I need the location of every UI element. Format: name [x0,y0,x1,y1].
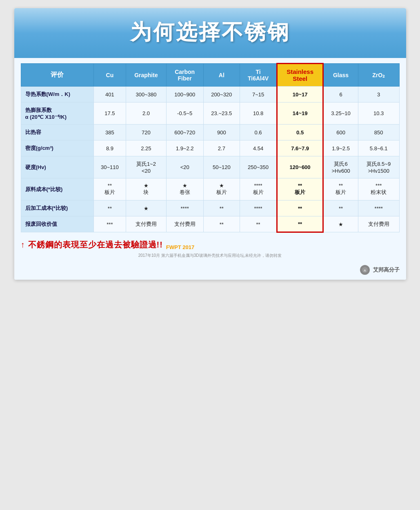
cell-zro2-postcost: **** [358,200,399,216]
svg-text:A: A [364,269,366,272]
cell-ti-postcost: **** [240,200,277,216]
org-name: 艾邦高分子 [373,266,400,274]
row-label-raw-cost: 原料成本(*比较) [21,178,93,200]
cell-cf-thermal: 100~900 [166,87,203,102]
cell-glass-heat: 600 [323,125,358,140]
cell-ti-heat: 0.6 [240,125,277,140]
cell-cu-hardness: 30~110 [93,156,126,178]
cell-ti-expansion: 10.8 [240,102,277,125]
cell-cf-rawcost: ★ 卷张 [166,178,203,200]
cell-ss-expansion: 14~19 [277,102,323,125]
cell-zro2-hardness: 莫氏8.5~9 >Hv1500 [358,156,399,178]
cell-al-scrap: ** [203,216,240,232]
cell-zro2-density: 5.8~6.1 [358,140,399,156]
cell-graphite-expansion: 2.0 [126,102,167,125]
row-label-hardness: 硬度(Hv) [21,156,93,178]
cell-graphite-density: 2.25 [126,140,167,156]
row-label-scrap: 报废回收价值 [21,216,93,232]
cell-cf-density: 1.9~2.2 [166,140,203,156]
cell-graphite-rawcost: ★ 块 [126,178,167,200]
header-zro2: ZrO₂ [358,64,399,87]
cell-graphite-postcost: ★ [126,200,167,216]
table-row: 原料成本(*比较) ** 板片 ★ 块 ★ 卷张 ★ 板片 **** 板片 **… [21,178,399,200]
cell-al-density: 2.7 [203,140,240,156]
cell-graphite-thermal: 300~380 [126,87,167,102]
cell-ti-hardness: 250~350 [240,156,277,178]
cell-glass-thermal: 6 [323,87,358,102]
table-row: 硬度(Hv) 30~110 莫氏1~2 <20 <20 50~120 250~3… [21,156,399,178]
header-al: Al [203,64,240,87]
table-row: 密度(g/cm³) 8.9 2.25 1.9~2.2 2.7 4.54 7.6~… [21,140,399,156]
title-bar: 为何选择不锈钢 [14,8,406,58]
table-header-row: 评价 Cu Graphite Carbon Fiber Al Ti Ti6Al4… [21,64,399,87]
comparison-table: 评价 Cu Graphite Carbon Fiber Al Ti Ti6Al4… [21,63,400,233]
row-label-post-cost: 后加工成本(*比较) [21,200,93,216]
cell-cf-scrap: 支付费用 [166,216,203,232]
cell-zro2-expansion: 10.3 [358,102,399,125]
table-row: 导热系数(W/m．K) 401 300~380 100~900 200~320 … [21,87,399,102]
cell-cu-density: 8.9 [93,140,126,156]
header-ti: Ti Ti6Al4V [240,64,277,87]
header-cu: Cu [93,64,126,87]
cell-cf-hardness: <20 [166,156,203,178]
cell-al-heat: 900 [203,125,240,140]
row-label-thermal-conductivity: 导热系数(W/m．K) [21,87,93,102]
cell-glass-expansion: 3.25~10 [323,102,358,125]
cell-glass-rawcost: ** 板片 [323,178,358,200]
cell-cf-postcost: **** [166,200,203,216]
org-logo: A [360,265,370,275]
table-row: 比热容 385 720 600~720 900 0.6 0.5 600 850 [21,125,399,140]
footer-sub-text: 2017年10月 第六届手机金属与3D玻璃外壳技术与应用论坛,未经允许，请勿转发 [21,253,400,258]
cell-glass-scrap: ★ [323,216,358,232]
cell-zro2-scrap: 支付费用 [358,216,399,232]
cell-ss-thermal: 10~17 [277,87,323,102]
cell-graphite-hardness: 莫氏1~2 <20 [126,156,167,178]
cell-cu-postcost: ** [93,200,126,216]
header-eval: 评价 [21,64,93,87]
cell-al-postcost: ** [203,200,240,216]
footer-annotation: ↑ 不銹鋼的表現至少在過去被驗證過!! FWPT 2017 [21,239,195,250]
cell-al-rawcost: ★ 板片 [203,178,240,200]
page-title: 为何选择不锈钢 [22,18,398,47]
row-label-thermal-expansion: 热膨胀系数 α (20℃ X10⁻⁶/K) [21,102,93,125]
header-stainless: Stainless Steel [277,64,323,87]
arrow-icon: ↑ [21,240,25,249]
cell-ti-density: 4.54 [240,140,277,156]
cell-al-thermal: 200~320 [203,87,240,102]
cell-zro2-thermal: 3 [358,87,399,102]
footer-main-text: 不銹鋼的表現至少在過去被驗證過!! [28,239,163,250]
cell-cf-expansion: -0.5~5 [166,102,203,125]
table-row: 后加工成本(*比较) ** ★ **** ** **** ** ** **** [21,200,399,216]
cell-glass-postcost: ** [323,200,358,216]
header-carbon-fiber: Carbon Fiber [166,64,203,87]
cell-cu-thermal: 401 [93,87,126,102]
footer-bottom: A 艾邦高分子 [14,263,406,280]
footer-brand: FWPT 2017 [166,244,194,250]
cell-al-expansion: 23.~23.5 [203,102,240,125]
cell-cu-scrap: *** [93,216,126,232]
table-row: 报废回收价值 *** 支付费用 支付费用 ** ** ** ★ 支付费用 [21,216,399,232]
cell-cu-rawcost: ** 板片 [93,178,126,200]
cell-zro2-heat: 850 [358,125,399,140]
cell-ss-density: 7.6~7.9 [277,140,323,156]
header-glass: Glass [323,64,358,87]
cell-ti-thermal: 7~15 [240,87,277,102]
cell-zro2-rawcost: *** 粉末状 [358,178,399,200]
cell-ss-postcost: ** [277,200,323,216]
cell-cf-heat: 600~720 [166,125,203,140]
cell-ss-scrap: ** [277,216,323,232]
table-row: 热膨胀系数 α (20℃ X10⁻⁶/K) 17.5 2.0 -0.5~5 23… [21,102,399,125]
cell-ss-heat: 0.5 [277,125,323,140]
cell-glass-hardness: 莫氏6 >Hv600 [323,156,358,178]
cell-graphite-scrap: 支付费用 [126,216,167,232]
row-label-specific-heat: 比热容 [21,125,93,140]
cell-al-hardness: 50~120 [203,156,240,178]
cell-ss-hardness: 120~600 [277,156,323,178]
header-graphite: Graphite [126,64,167,87]
cell-cu-heat: 385 [93,125,126,140]
cell-graphite-heat: 720 [126,125,167,140]
cell-glass-density: 1.9~2.5 [323,140,358,156]
cell-ti-rawcost: **** 板片 [240,178,277,200]
row-label-density: 密度(g/cm³) [21,140,93,156]
table-wrapper: 评价 Cu Graphite Carbon Fiber Al Ti Ti6Al4… [14,58,406,236]
